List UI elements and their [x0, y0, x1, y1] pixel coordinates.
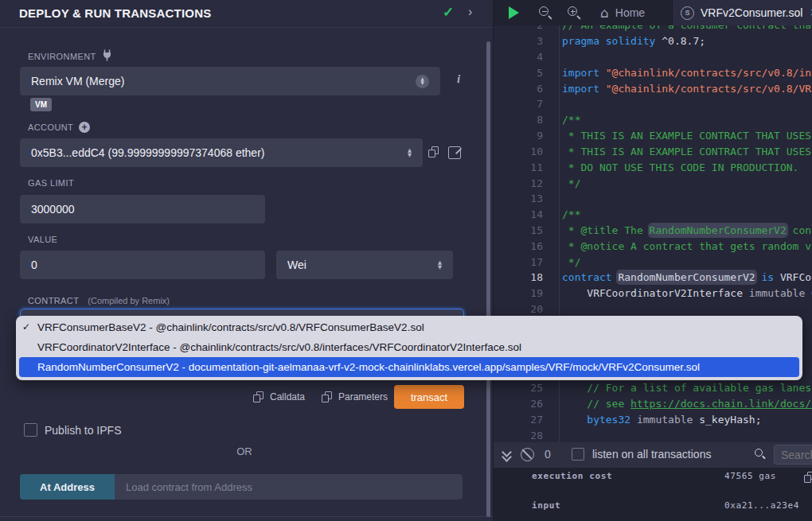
line-number[interactable]: 9: [494, 128, 543, 144]
value-unit-select[interactable]: Wei ▲▼: [276, 251, 453, 279]
terminal-search-input[interactable]: [774, 445, 812, 465]
search-icon: [755, 449, 766, 460]
remix-ide: { "left": { "title": "DEPLOY & RUN TRANS…: [0, 0, 812, 521]
code-line[interactable]: * THIS IS AN EXAMPLE CONTRACT THAT USES …: [562, 144, 812, 160]
line-number[interactable]: 26: [494, 396, 543, 412]
code-line[interactable]: /**: [562, 207, 580, 223]
contract-label: CONTRACT (Compiled by Remix): [28, 296, 170, 305]
line-number[interactable]: 25: [494, 380, 543, 396]
terminal-row: input0xa21...a23e4: [494, 500, 812, 513]
terminal-row: execution cost47565 gas: [494, 471, 812, 484]
panel-scrollbar[interactable]: [486, 41, 490, 517]
line-number[interactable]: 4: [494, 49, 543, 65]
line-number[interactable]: 7: [494, 96, 543, 112]
code-line[interactable]: import "@chainlink/contracts/src/v0.8/VR…: [562, 81, 812, 97]
value-input[interactable]: [20, 251, 265, 279]
value-unit: Wei: [287, 259, 438, 271]
code-line[interactable]: import "@chainlink/contracts/src/v0.8/in…: [562, 65, 812, 81]
copy-calldata-icon[interactable]: [253, 391, 264, 402]
add-account-icon[interactable]: [79, 122, 90, 133]
terminal-expand-icon[interactable]: [502, 449, 511, 461]
code-line[interactable]: pragma solidity ^0.8.7;: [562, 33, 705, 49]
contract-option[interactable]: VRFConsumerBaseV2 - @chainlink/contracts…: [19, 317, 799, 337]
code-line[interactable]: /**: [562, 112, 580, 128]
line-number[interactable]: 18: [494, 270, 543, 286]
vm-badge: VM: [30, 98, 52, 111]
line-number[interactable]: 28: [494, 428, 543, 442]
line-number[interactable]: 17: [494, 255, 543, 270]
zoom-out-icon[interactable]: [539, 6, 552, 20]
code-line[interactable]: // see https://docs.chain.link/docs/vrf-…: [562, 396, 812, 412]
environment-label: ENVIRONMENT: [28, 49, 112, 63]
transact-button[interactable]: transact: [394, 385, 464, 409]
code-line[interactable]: */: [562, 176, 580, 192]
contract-option-label: RandomNumberConsumerV2 - documentation-g…: [37, 361, 700, 373]
code-line[interactable]: bytes32 immutable s_keyHash;: [562, 412, 761, 428]
copy-parameters-icon[interactable]: [322, 391, 332, 402]
terminal-key: execution cost: [532, 471, 612, 481]
line-number[interactable]: 3: [494, 33, 543, 49]
account-select[interactable]: 0x5B3...eddC4 (99.99999999997374068 ethe…: [20, 138, 423, 167]
line-number[interactable]: 16: [494, 239, 543, 255]
selected-check-icon: [22, 317, 30, 337]
code-line[interactable]: * @notice A contract that gets random va…: [562, 239, 812, 255]
line-number[interactable]: 8: [494, 112, 543, 128]
code-line[interactable]: * @title The RandomNumberConsumerV2 cont…: [562, 223, 812, 239]
line-number[interactable]: 2: [494, 25, 543, 33]
listen-all-checkbox[interactable]: [572, 448, 584, 461]
solidity-icon: [681, 6, 694, 20]
calldata-button[interactable]: Calldata: [270, 391, 305, 402]
code-line[interactable]: // An example of a consumer contract tha…: [562, 25, 812, 33]
line-number[interactable]: 5: [494, 65, 543, 81]
line-number[interactable]: 20: [494, 301, 543, 317]
line-number[interactable]: 12: [494, 176, 543, 192]
code-line[interactable]: VRFCoordinatorV2Interface immutable COOR…: [562, 286, 812, 301]
copy-value-icon[interactable]: [804, 472, 812, 483]
clear-console-icon[interactable]: [521, 448, 534, 461]
at-address-button[interactable]: At Address: [20, 474, 115, 500]
line-number[interactable]: 6: [494, 81, 543, 97]
line-number[interactable]: 15: [494, 223, 543, 239]
contract-option[interactable]: VRFCoordinatorV2Interface - @chainlink/c…: [19, 337, 799, 357]
contract-option[interactable]: RandomNumberConsumerV2 - documentation-g…: [19, 357, 799, 377]
select-arrows-icon: ▲▼: [408, 148, 412, 157]
panel-divider: [0, 516, 494, 517]
publish-ipfs-checkbox[interactable]: [24, 423, 37, 437]
zoom-in-icon[interactable]: [568, 6, 581, 20]
contract-sublabel: (Compiled by Remix): [88, 296, 170, 305]
line-number[interactable]: 27: [494, 412, 543, 428]
home-icon: [600, 6, 609, 20]
line-number[interactable]: 13: [494, 191, 543, 207]
terminal-bar: 0 listen on all transactions: [494, 442, 812, 468]
collapse-chevron-icon[interactable]: [468, 5, 472, 19]
terminal-key: input: [532, 500, 560, 511]
line-number[interactable]: 19: [494, 286, 543, 301]
terminal-value: 47565 gas: [724, 471, 776, 481]
line-number[interactable]: 11: [494, 160, 543, 176]
gas-limit-input[interactable]: [20, 195, 265, 224]
panel-title: DEPLOY & RUN TRANSACTIONS: [19, 6, 211, 20]
copy-account-icon[interactable]: [428, 146, 439, 157]
code-line[interactable]: // For a list of available gas lanes on …: [562, 380, 812, 396]
environment-select[interactable]: Remix VM (Merge) ▲▼: [20, 67, 440, 95]
code-line[interactable]: */: [562, 255, 580, 270]
tab-home[interactable]: Home: [592, 0, 653, 25]
tab-active-file[interactable]: VRFv2Consumer.sol: [672, 0, 812, 25]
edit-account-icon[interactable]: [448, 146, 461, 159]
code-line[interactable]: * THIS IS AN EXAMPLE CONTRACT THAT USES …: [562, 128, 812, 144]
run-script-icon[interactable]: [509, 6, 519, 19]
line-number[interactable]: 10: [494, 144, 543, 160]
line-number[interactable]: 14: [494, 207, 543, 223]
account-label: ACCOUNT: [28, 122, 90, 133]
select-arrows-icon: ▲▼: [416, 75, 429, 88]
parameters-button[interactable]: Parameters: [338, 391, 388, 402]
listen-all-label: listen on all transactions: [592, 448, 711, 461]
at-address-input[interactable]: [115, 474, 463, 500]
code-line[interactable]: contract RandomNumberConsumerV2 is VRFCo…: [562, 270, 812, 286]
info-icon[interactable]: [457, 72, 460, 86]
publish-ipfs-label: Publish to IPFS: [45, 424, 122, 437]
account-value: 0x5B3...eddC4 (99.99999999997374068 ethe…: [31, 146, 408, 159]
active-tab-label: VRFv2Consumer.sol: [701, 6, 802, 19]
code-line[interactable]: * DO NOT USE THIS CODE IN PRODUCTION.: [562, 160, 798, 176]
select-arrows-icon: ▲▼: [438, 260, 442, 270]
